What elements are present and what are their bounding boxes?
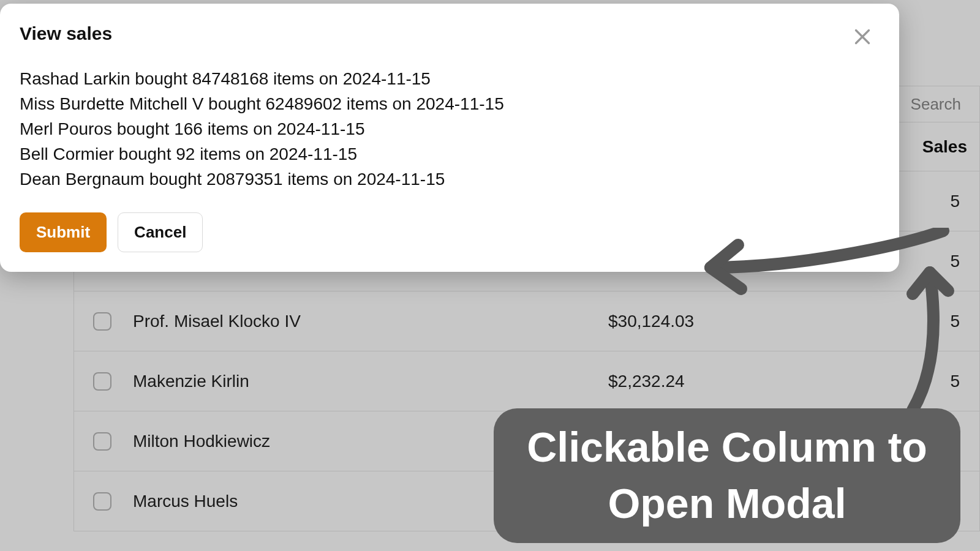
modal-actions: Submit Cancel (20, 212, 880, 252)
sale-line: Miss Burdette Mitchell V bought 62489602… (20, 91, 880, 116)
close-icon (851, 26, 873, 48)
annotation-callout-text: Clickable Column to Open Modal (512, 419, 942, 532)
close-button[interactable] (851, 26, 873, 48)
modal-title: View sales (20, 23, 880, 44)
sale-line: Rashad Larkin bought 84748168 items on 2… (20, 66, 880, 91)
submit-button[interactable]: Submit (20, 212, 107, 252)
view-sales-modal: View sales Rashad Larkin bought 84748168… (0, 4, 899, 272)
sale-line: Merl Pouros bought 166 items on 2024-11-… (20, 116, 880, 141)
sale-line: Bell Cormier bought 92 items on 2024-11-… (20, 141, 880, 167)
annotation-callout: Clickable Column to Open Modal (494, 408, 960, 543)
cancel-button[interactable]: Cancel (118, 212, 203, 252)
modal-body: Rashad Larkin bought 84748168 items on 2… (20, 66, 880, 192)
sale-line: Dean Bergnaum bought 20879351 items on 2… (20, 167, 880, 192)
